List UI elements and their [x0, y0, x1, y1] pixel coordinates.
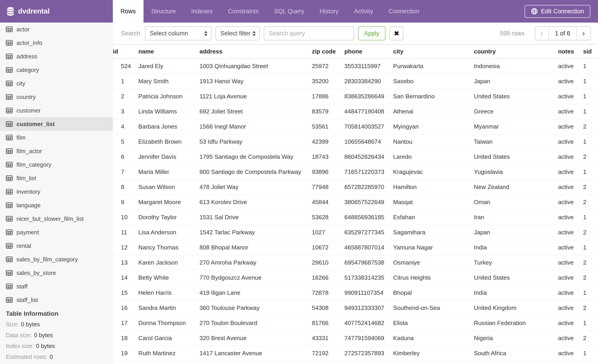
tab[interactable]: SQL Query: [266, 0, 312, 23]
column-header[interactable]: city: [393, 45, 474, 59]
sidebar-table-item[interactable]: category: [0, 63, 113, 77]
tab[interactable]: Structure: [143, 0, 184, 23]
table-row[interactable]: 9 Margaret Moore 613 Korolev Drive 45844…: [113, 195, 598, 210]
sidebar-table-item[interactable]: film_category: [0, 158, 113, 171]
sidebar-table-item[interactable]: film_list: [0, 171, 113, 185]
table-row[interactable]: 13 Karen Jackson 270 Amroha Parkway 2961…: [113, 255, 598, 270]
sidebar-table-item[interactable]: language: [0, 198, 113, 212]
table-row[interactable]: 524 Jared Ely 1003 Qinhuangdao Street 25…: [113, 59, 598, 74]
cell-zip-code: 18743: [312, 149, 344, 164]
table-row[interactable]: 17 Donna Thompson 270 Toulon Boulevard 8…: [113, 315, 598, 331]
cell-phone: 28303384290: [344, 74, 393, 89]
sidebar-table-item[interactable]: city: [0, 77, 113, 90]
table-header: id name address zip code phone city coun…: [113, 45, 598, 59]
table-row[interactable]: 14 Betty White 770 Bydgoszcz Avenue 1626…: [113, 270, 598, 285]
table-row[interactable]: 15 Helen Harris 419 Iligan Lane 72878 99…: [113, 285, 598, 300]
edit-connection-button[interactable]: Edit Connection: [525, 5, 590, 18]
table-row[interactable]: 3 Linda Williams 692 Joliet Street 83579…: [113, 104, 598, 119]
column-header[interactable]: notes: [558, 45, 583, 59]
sidebar-table-label: film_list: [17, 175, 36, 182]
select-column-value: Select column: [150, 30, 188, 37]
table-row[interactable]: 8 Susan Wilson 478 Joliet Way 77948 6572…: [113, 179, 598, 195]
column-header[interactable]: address: [199, 45, 312, 59]
sidebar-table-item[interactable]: staff: [0, 280, 113, 293]
column-header[interactable]: name: [138, 45, 199, 59]
database-name: dvdrental: [18, 7, 50, 15]
select-filter-dropdown[interactable]: Select filter: [216, 26, 260, 40]
cell-zip-code: 83579: [312, 104, 344, 119]
sidebar-table-item[interactable]: inventory: [0, 185, 113, 198]
tab[interactable]: Indexes: [183, 0, 220, 23]
table-info-value: 0 bytes: [36, 343, 55, 349]
select-column-dropdown[interactable]: Select column: [145, 26, 211, 40]
cell-city: Sagamihara: [393, 225, 474, 240]
table-row[interactable]: 11 Lisa Anderson 1542 Tarlac Parkway 102…: [113, 225, 598, 240]
sidebar-table-item[interactable]: actor_info: [0, 36, 113, 50]
cell-phone: 860452626434: [344, 149, 393, 164]
sidebar-table-item[interactable]: address: [0, 50, 113, 63]
table-row[interactable]: 10 Dorothy Taylor 1531 Sal Drive 53628 6…: [113, 210, 598, 225]
cell-notes: active: [558, 74, 583, 89]
table-icon: [6, 243, 13, 249]
table-icon: [6, 148, 13, 154]
column-header[interactable]: country: [474, 45, 558, 59]
cell-city: Esfahan: [393, 210, 474, 225]
cell-phone: 949312333307: [344, 300, 393, 315]
sidebar-table-item[interactable]: payment: [0, 226, 113, 239]
next-page-button[interactable]: ›: [577, 27, 590, 40]
table-info-row: Data size: 0 bytes: [0, 330, 113, 340]
sidebar-table-item[interactable]: rental: [0, 239, 113, 253]
table-row[interactable]: 4 Barbara Jones 1566 Inegl Manor 53561 7…: [113, 119, 598, 134]
cell-id: 15: [113, 285, 138, 300]
cell-zip-code: 35200: [312, 74, 344, 89]
table-row[interactable]: 5 Elizabeth Brown 53 Idfu Parkway 42399 …: [113, 134, 598, 149]
sidebar-table-item[interactable]: customer: [0, 104, 113, 117]
sidebar-table-label: rental: [17, 243, 31, 250]
cell-name: Lisa Anderson: [138, 225, 199, 240]
cell-zip-code: 16266: [312, 270, 344, 285]
clear-search-button[interactable]: ✖: [390, 26, 404, 40]
table-row[interactable]: 7 Maria Miller 900 Santiago de Compostel…: [113, 164, 598, 179]
sidebar-table-item[interactable]: sales_by_store: [0, 266, 113, 280]
sidebar-table-item[interactable]: country: [0, 90, 113, 104]
table-row[interactable]: 12 Nancy Thomas 808 Bhopal Manor 10672 4…: [113, 240, 598, 255]
tab[interactable]: History: [312, 0, 346, 23]
column-header[interactable]: phone: [344, 45, 393, 59]
sidebar-table-item[interactable]: sales_by_film_category: [0, 253, 113, 266]
table-row[interactable]: 18 Carol Garcia 320 Brest Avenue 43331 7…: [113, 331, 598, 346]
table-row[interactable]: 2 Patricia Johnson 1121 Loja Avenue 1788…: [113, 89, 598, 104]
cell-zip-code: 25972: [312, 59, 344, 74]
tab[interactable]: Connection: [381, 0, 427, 23]
cell-sid: 2: [583, 119, 598, 134]
table-row[interactable]: 1 Mary Smith 1913 Hanoi Way 35200 283033…: [113, 74, 598, 89]
sidebar-table-item[interactable]: film_actor: [0, 144, 113, 158]
tab[interactable]: Activity: [346, 0, 381, 23]
cell-name: Sandra Martin: [138, 300, 199, 315]
sidebar-table-item[interactable]: actor: [0, 23, 113, 36]
column-header[interactable]: sid: [583, 45, 598, 59]
table-icon: [6, 81, 13, 86]
table-icon: [6, 202, 13, 208]
tab[interactable]: Rows: [113, 0, 143, 23]
sidebar-table-item[interactable]: nicer_but_slower_film_list: [0, 212, 113, 226]
table-row[interactable]: 16 Sandra Martin 360 Toulouse Parkway 54…: [113, 300, 598, 315]
search-query-input[interactable]: [264, 26, 354, 40]
cell-notes: active: [558, 119, 583, 134]
sidebar-table-item[interactable]: customer_list: [0, 117, 113, 131]
column-header[interactable]: id: [113, 45, 138, 59]
cell-sid: 2: [583, 179, 598, 195]
cell-notes: active: [558, 255, 583, 270]
tab[interactable]: Constraints: [220, 0, 266, 23]
table-icon: [6, 189, 13, 195]
column-header[interactable]: zip code: [312, 45, 344, 59]
table-icon: [6, 229, 13, 235]
apply-button[interactable]: Apply: [358, 26, 386, 40]
table-row[interactable]: 19 Ruth Martinez 1417 Lancaster Avenue 7…: [113, 346, 598, 361]
table-row[interactable]: 6 Jennifer Davis 1795 Santiago de Compos…: [113, 149, 598, 164]
cell-sid: 2: [583, 270, 598, 285]
globe-icon: [531, 8, 538, 15]
sidebar-table-item[interactable]: staff_list: [0, 293, 113, 307]
previous-page-button[interactable]: ‹: [535, 27, 549, 40]
sidebar-table-item[interactable]: film: [0, 131, 113, 144]
cell-address: 1417 Lancaster Avenue: [199, 346, 312, 361]
